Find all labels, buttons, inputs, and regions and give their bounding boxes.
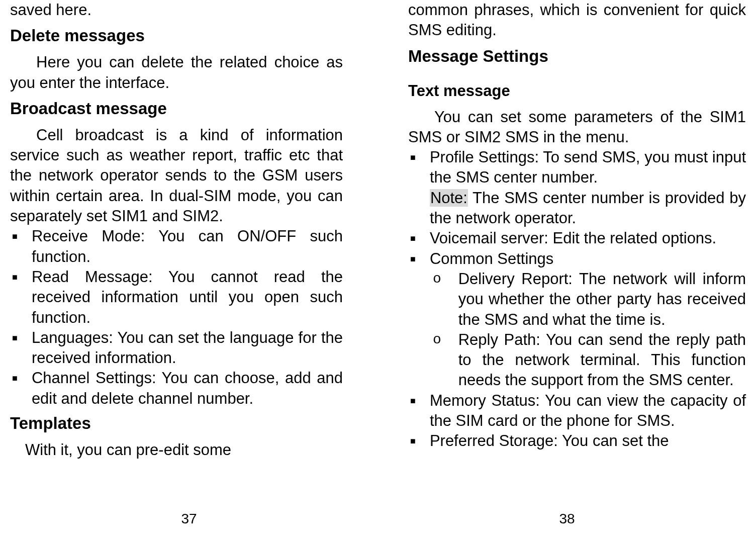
page-spread: saved here. Delete messages Here you can… — [0, 0, 756, 535]
text-common-phrases: common phrases, which is convenient for … — [408, 0, 746, 41]
delivery-report-text: Delivery Report: The network will inform… — [458, 269, 746, 330]
list-item: Receive Mode: You can ON/OFF such functi… — [10, 226, 343, 267]
para-broadcast: Cell broadcast is a kind of information … — [10, 125, 343, 226]
settings-list: Profile Settings: To send SMS, you must … — [408, 147, 746, 451]
list-item: Reply Path: You can send the reply path … — [430, 330, 746, 391]
reply-path-text: Reply Path: You can send the reply path … — [458, 330, 746, 391]
note-text: The SMS center number is provided by the… — [430, 189, 746, 227]
page-right: common phrases, which is convenient for … — [378, 0, 756, 535]
heading-delete-messages: Delete messages — [10, 26, 343, 45]
subheading-text-message: Text message — [408, 82, 746, 100]
broadcast-list: Receive Mode: You can ON/OFF such functi… — [10, 226, 343, 409]
note-label: Note: — [430, 189, 468, 207]
broadcast-item-text: Receive Mode: You can ON/OFF such functi… — [32, 226, 343, 267]
text-saved-here: saved here. — [10, 0, 343, 20]
heading-broadcast: Broadcast message — [10, 99, 343, 118]
preferred-storage-item: Preferred Storage: You can set the — [430, 431, 746, 451]
list-item: Preferred Storage: You can set the — [408, 431, 746, 451]
heading-templates: Templates — [10, 414, 343, 433]
profile-settings-text: Profile Settings: To send SMS, you must … — [430, 148, 746, 186]
profile-settings-item: Profile Settings: To send SMS, you must … — [430, 147, 746, 228]
page-number-left: 37 — [0, 511, 378, 527]
list-item: Languages: You can set the language for … — [10, 328, 343, 369]
broadcast-item-text: Read Message: You cannot read the receiv… — [32, 267, 343, 328]
common-settings-item: Common Settings Delivery Report: The net… — [430, 249, 746, 391]
para-templates: With it, you can pre-edit some — [10, 440, 343, 460]
list-item: Read Message: You cannot read the receiv… — [10, 267, 343, 328]
list-item: Delivery Report: The network will inform… — [430, 269, 746, 330]
list-item: Common Settings Delivery Report: The net… — [408, 249, 746, 391]
broadcast-item-text: Channel Settings: You can choose, add an… — [32, 368, 343, 409]
list-item: Memory Status: You can view the capacity… — [408, 391, 746, 431]
broadcast-item-text: Languages: You can set the language for … — [32, 328, 343, 369]
memory-status-item: Memory Status: You can view the capacity… — [430, 391, 746, 431]
page-number-right: 38 — [378, 511, 756, 527]
common-settings-label: Common Settings — [430, 250, 553, 268]
common-sublist: Delivery Report: The network will inform… — [430, 269, 746, 391]
heading-message-settings: Message Settings — [408, 47, 746, 66]
list-item: Channel Settings: You can choose, add an… — [10, 368, 343, 409]
page-left: saved here. Delete messages Here you can… — [0, 0, 378, 535]
list-item: Voicemail server: Edit the related optio… — [408, 228, 746, 248]
para-text-message: You can set some parameters of the SIM1 … — [408, 107, 746, 148]
para-delete-messages: Here you can delete the related choice a… — [10, 52, 343, 93]
list-item: Profile Settings: To send SMS, you must … — [408, 147, 746, 228]
voicemail-item: Voicemail server: Edit the related optio… — [430, 228, 746, 248]
